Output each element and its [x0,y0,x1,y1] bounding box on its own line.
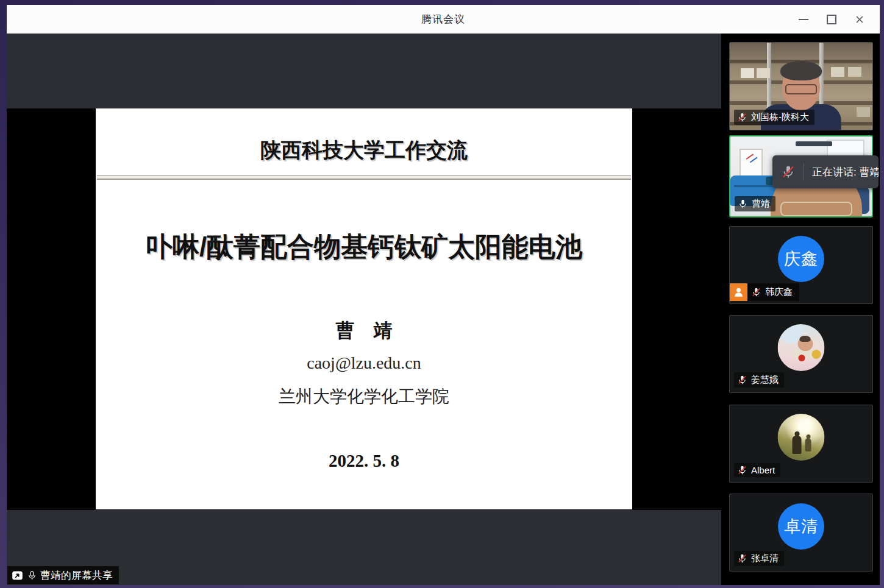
participant-nametag: 曹靖 [735,196,775,211]
participant-tile-hanqingxin[interactable]: 庆鑫 [729,226,873,304]
muted-mic-icon [737,465,747,475]
minimize-button[interactable] [790,5,818,34]
maximize-button[interactable] [818,5,846,34]
speaking-toast: 正在讲话: 曹靖 [772,155,879,188]
participant-tile-jianghuie[interactable]: 姜慧娥 [729,315,873,393]
slide-divider-rule [97,175,631,180]
slide-main-title: 卟啉/酞菁配合物基钙钛矿太阳能电池 [96,229,632,265]
muted-mic-icon [737,375,747,385]
app-window: 腾讯会议 陕西科技大学工作交流 [0,0,884,588]
avatar [778,324,825,371]
avatar [778,414,825,461]
window-controls [790,5,874,34]
participant-tile-albert[interactable]: Albert [729,405,873,483]
toast-divider [804,163,804,180]
participant-nametag: 张卓清 [734,551,784,566]
slide-date: 2022. 5. 8 [96,451,632,471]
shared-screen-view: 陕西科技大学工作交流 卟啉/酞菁配合物基钙钛矿太阳能电池 曹 靖 caoj@lz… [7,34,721,585]
mic-on-icon [738,199,748,209]
participant-name: 韩庆鑫 [765,286,793,298]
muted-mic-icon [737,112,747,122]
minimize-icon [799,19,808,20]
slide-affiliation: 兰州大学化学化工学院 [96,385,632,408]
muted-mic-icon [737,553,747,564]
participant-nametag: 姜慧娥 [734,372,784,388]
maximize-icon [827,15,836,24]
window-title: 腾讯会议 [421,12,465,26]
slide-author: 曹 靖 [96,318,632,344]
participants-sidebar: 刘国栋-陕科大 [721,34,880,585]
close-button[interactable] [846,5,874,34]
avatar: 卓清 [778,503,824,550]
screen-share-icon [11,569,24,582]
participant-tile-zhangzhuoqing[interactable]: 卓清 张卓清 [729,494,873,572]
participant-name: 曹靖 [752,198,770,210]
share-banner-label: 曹靖的屏幕共享 [40,569,113,583]
participant-nametag: Albert [734,463,780,477]
slide-email: caoj@lzu.edu.cn [96,353,632,373]
participant-tile-liuguodong[interactable]: 刘国栋-陕科大 [729,42,873,130]
slide-header-text: 陕西科技大学工作交流 [96,136,632,165]
participant-badge-icon [730,283,747,301]
speaking-toast-text: 正在讲话: 曹靖 [812,165,879,179]
screen-share-banner: 曹靖的屏幕共享 [7,566,119,584]
close-icon [855,15,864,24]
participant-name: 刘国栋-陕科大 [751,112,809,123]
participant-name: 张卓清 [751,553,779,564]
participant-nametag: 韩庆鑫 [730,283,799,301]
muted-mic-icon [781,165,796,179]
participant-name: 姜慧娥 [751,374,779,386]
avatar: 庆鑫 [778,236,824,282]
participant-nametag: 刘国栋-陕科大 [734,110,814,125]
titlebar: 腾讯会议 [7,5,880,34]
participant-name: Albert [751,465,775,475]
muted-mic-icon [751,287,761,297]
microphone-icon [27,570,37,581]
presentation-slide: 陕西科技大学工作交流 卟啉/酞菁配合物基钙钛矿太阳能电池 曹 靖 caoj@lz… [96,108,632,509]
